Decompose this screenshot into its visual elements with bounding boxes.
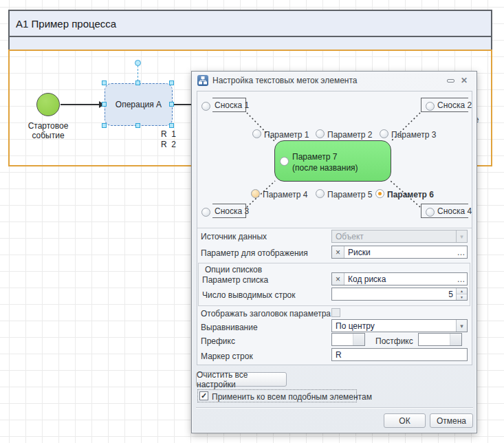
footnote-3-bracket: Сноска 3 (212, 204, 246, 218)
close-icon[interactable]: ✕ (457, 75, 471, 86)
postfix-label: Постфикс (375, 336, 413, 346)
selection-handle[interactable] (169, 102, 174, 107)
postfix-input[interactable] (418, 333, 462, 346)
param-2-label: Параметр 2 (327, 130, 372, 140)
start-event-shape[interactable] (36, 93, 60, 116)
prefix-input-button[interactable] (353, 334, 364, 345)
postfix-input-button[interactable] (450, 334, 461, 345)
selection-handle[interactable] (102, 102, 107, 107)
check-icon: ✓ (201, 392, 207, 400)
show-header-checkbox[interactable] (331, 308, 340, 317)
spinner-buttons[interactable]: ▲ ▼ (456, 288, 467, 300)
ellipsis-icon[interactable]: … (455, 246, 467, 258)
chevron-down-icon: ▾ (456, 230, 467, 242)
selection-handle[interactable] (135, 123, 140, 128)
show-header-label: Отображать заголовок параметра (201, 309, 331, 318)
rows-count-label: Число выводимых строк (202, 290, 296, 300)
rows-count-value: 5 (332, 288, 456, 300)
alignment-label: Выравнивание (201, 323, 258, 332)
process-title: A1 Пример процесса (16, 18, 116, 30)
radio-footnote-1[interactable] (201, 102, 210, 111)
edge-start-to-operation[interactable] (61, 104, 99, 105)
alignment-value: По центру (332, 320, 456, 332)
param-1-label: Параметр 1 (264, 130, 309, 140)
param-7-label: Параметр 7 (292, 152, 337, 162)
list-param-label: Параметр списка (202, 275, 268, 285)
radio-param-6[interactable] (375, 189, 384, 198)
selection-handle[interactable] (169, 80, 174, 85)
display-param-picker[interactable]: × Риски … (331, 246, 468, 259)
radio-footnote-4[interactable] (426, 208, 435, 217)
risk-marker-1: R 1 (161, 129, 176, 139)
radio-param-1[interactable] (252, 129, 261, 138)
text-labels-dialog: Настройка текстовых меток элемента ✕ Сно… (191, 71, 477, 433)
operation-a-shape[interactable]: Операция А (105, 83, 173, 126)
minimize-icon[interactable] (443, 75, 457, 86)
dialog-title: Настройка текстовых меток элемента (212, 76, 443, 85)
param-4-label: Параметр 4 (263, 190, 307, 199)
marker-value: R (332, 349, 467, 360)
param-3-label: Параметр 3 (391, 130, 436, 140)
rows-count-spinner[interactable]: 5 ▲ ▼ (331, 288, 468, 301)
radio-footnote-2[interactable] (426, 102, 435, 111)
radio-param-3[interactable] (380, 129, 388, 138)
clear-value-icon[interactable]: × (332, 246, 344, 258)
prefix-label: Префикс (201, 336, 235, 346)
risk-marker-2: R 2 (161, 140, 176, 149)
process-title-band: A1 Пример процесса (8, 10, 492, 37)
rotation-handle-line (138, 65, 138, 81)
list-param-value: Код риска (344, 273, 455, 285)
param-7-sublabel: (после названия) (292, 163, 358, 173)
footnote-2-label: Сноска 2 (437, 100, 472, 110)
chevron-down-icon[interactable]: ▾ (456, 320, 467, 332)
radio-param-7[interactable] (280, 157, 289, 166)
radio-footnote-3[interactable] (201, 208, 210, 217)
footnote-4-label: Сноска 4 (437, 206, 472, 216)
data-source-label: Источник данных (201, 232, 267, 241)
clear-all-button[interactable]: Очистить все настройки (196, 372, 287, 387)
radio-param-5[interactable] (316, 189, 325, 198)
apply-all-checkbox[interactable]: ✓ (199, 391, 208, 400)
spin-down-icon[interactable]: ▼ (457, 294, 467, 300)
footer-separator (196, 407, 473, 409)
data-source-combobox: Объект ▾ (331, 230, 468, 243)
radio-param-4[interactable] (251, 189, 260, 198)
rotation-handle[interactable] (135, 60, 141, 66)
footnote-3-label: Сноска 3 (215, 206, 249, 216)
display-param-value: Риски (344, 246, 455, 258)
panel-divider (197, 228, 472, 228)
marker-input[interactable]: R (331, 348, 468, 361)
start-event-label: Стартовоесобытие (19, 121, 77, 140)
radio-param-2[interactable] (316, 129, 325, 138)
spin-up-icon[interactable]: ▲ (457, 288, 467, 294)
marker-label: Маркер строк (201, 352, 253, 361)
process-subtitle-band (8, 37, 492, 50)
selection-handle[interactable] (102, 123, 107, 128)
ellipsis-icon[interactable]: … (455, 273, 467, 285)
prefix-input[interactable] (331, 333, 365, 346)
dialog-titlebar[interactable]: Настройка текстовых меток элемента ✕ (192, 72, 476, 89)
edge-operation-right[interactable] (173, 104, 192, 105)
display-param-label: Параметр для отображения (201, 248, 308, 258)
selection-handle[interactable] (135, 80, 140, 85)
alignment-combobox[interactable]: По центру ▾ (331, 319, 468, 332)
operation-a-label: Операция А (116, 100, 162, 109)
apply-all-label: Применить ко всем подобным элементам (212, 392, 372, 402)
clear-value-icon[interactable]: × (332, 273, 344, 285)
data-source-value: Объект (332, 230, 456, 242)
diagram-app-icon (197, 75, 208, 86)
footnote-1-bracket: Сноска 1 (212, 98, 246, 112)
param-5-label: Параметр 5 (327, 190, 372, 199)
list-param-picker[interactable]: × Код риска … (331, 272, 468, 285)
footnote-1-label: Сноска 1 (215, 100, 249, 110)
selection-handle[interactable] (102, 80, 107, 85)
cancel-button[interactable]: Отмена (430, 413, 473, 428)
param-6-label: Параметр 6 (387, 190, 434, 199)
selection-handle[interactable] (169, 123, 174, 128)
list-options-title: Опции списков (205, 265, 262, 274)
ok-button[interactable]: ОК (384, 413, 426, 428)
